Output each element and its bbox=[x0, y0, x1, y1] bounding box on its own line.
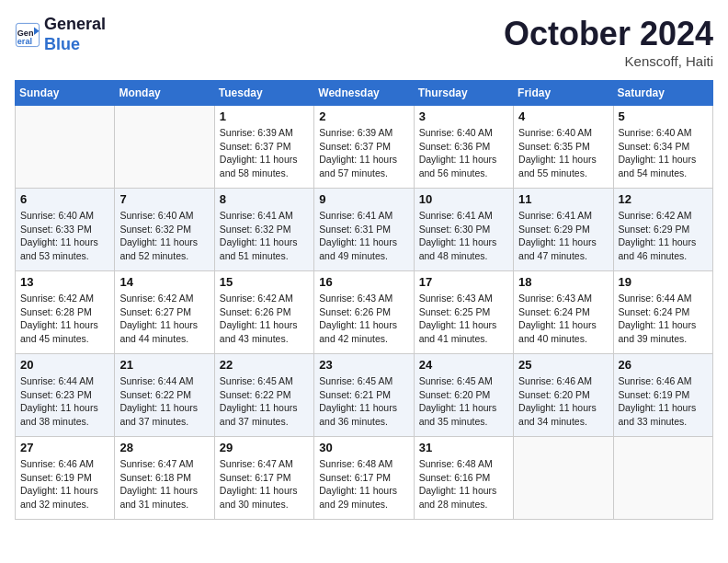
calendar-cell: 7Sunrise: 6:40 AM Sunset: 6:32 PM Daylig… bbox=[115, 189, 214, 271]
day-number: 18 bbox=[518, 275, 608, 289]
calendar-cell: 27Sunrise: 6:46 AM Sunset: 6:19 PM Dayli… bbox=[16, 437, 115, 520]
day-number: 30 bbox=[319, 441, 408, 454]
day-info: Sunrise: 6:40 AM Sunset: 6:34 PM Dayligh… bbox=[619, 126, 708, 180]
day-info: Sunrise: 6:44 AM Sunset: 6:23 PM Dayligh… bbox=[20, 374, 109, 429]
calendar-cell: 20Sunrise: 6:44 AM Sunset: 6:23 PM Dayli… bbox=[16, 354, 115, 437]
day-info: Sunrise: 6:47 AM Sunset: 6:17 PM Dayligh… bbox=[220, 457, 309, 511]
day-number: 14 bbox=[119, 275, 209, 289]
calendar-table: SundayMondayTuesdayWednesdayThursdayFrid… bbox=[15, 80, 713, 520]
day-info: Sunrise: 6:47 AM Sunset: 6:18 PM Dayligh… bbox=[119, 457, 209, 511]
day-info: Sunrise: 6:42 AM Sunset: 6:26 PM Dayligh… bbox=[220, 292, 309, 346]
calendar-cell: 15Sunrise: 6:42 AM Sunset: 6:26 PM Dayli… bbox=[214, 271, 313, 354]
day-number: 28 bbox=[119, 441, 209, 454]
day-info: Sunrise: 6:40 AM Sunset: 6:32 PM Dayligh… bbox=[119, 209, 209, 263]
day-info: Sunrise: 6:44 AM Sunset: 6:24 PM Dayligh… bbox=[619, 292, 708, 346]
day-number: 7 bbox=[119, 192, 209, 206]
day-info: Sunrise: 6:42 AM Sunset: 6:28 PM Dayligh… bbox=[20, 292, 109, 346]
day-number: 22 bbox=[220, 358, 309, 372]
calendar-cell: 28Sunrise: 6:47 AM Sunset: 6:18 PM Dayli… bbox=[115, 437, 214, 520]
header-thursday: Thursday bbox=[414, 81, 513, 106]
day-info: Sunrise: 6:43 AM Sunset: 6:26 PM Dayligh… bbox=[319, 292, 408, 346]
day-info: Sunrise: 6:44 AM Sunset: 6:22 PM Dayligh… bbox=[119, 374, 209, 429]
calendar-cell bbox=[613, 437, 712, 520]
calendar-cell: 21Sunrise: 6:44 AM Sunset: 6:22 PM Dayli… bbox=[115, 354, 214, 437]
day-number: 26 bbox=[619, 358, 708, 372]
header-saturday: Saturday bbox=[613, 81, 712, 106]
calendar-cell: 5Sunrise: 6:40 AM Sunset: 6:34 PM Daylig… bbox=[613, 106, 712, 189]
day-number: 11 bbox=[518, 192, 608, 206]
svg-text:eral: eral bbox=[17, 36, 32, 45]
day-number: 29 bbox=[220, 441, 309, 454]
day-number: 17 bbox=[419, 275, 508, 289]
day-number: 13 bbox=[20, 275, 109, 289]
calendar-week-row: 1Sunrise: 6:39 AM Sunset: 6:37 PM Daylig… bbox=[16, 106, 713, 189]
calendar-cell: 9Sunrise: 6:41 AM Sunset: 6:31 PM Daylig… bbox=[314, 189, 414, 271]
day-info: Sunrise: 6:43 AM Sunset: 6:25 PM Dayligh… bbox=[419, 292, 508, 346]
calendar-cell: 23Sunrise: 6:45 AM Sunset: 6:21 PM Dayli… bbox=[314, 354, 414, 437]
logo: Gen eral General Blue bbox=[15, 15, 106, 54]
day-info: Sunrise: 6:42 AM Sunset: 6:29 PM Dayligh… bbox=[619, 209, 708, 263]
day-number: 31 bbox=[419, 441, 508, 454]
day-info: Sunrise: 6:48 AM Sunset: 6:16 PM Dayligh… bbox=[419, 457, 508, 511]
calendar-cell: 24Sunrise: 6:45 AM Sunset: 6:20 PM Dayli… bbox=[414, 354, 513, 437]
day-number: 9 bbox=[319, 192, 408, 206]
calendar-cell: 16Sunrise: 6:43 AM Sunset: 6:26 PM Dayli… bbox=[314, 271, 414, 354]
day-info: Sunrise: 6:46 AM Sunset: 6:19 PM Dayligh… bbox=[20, 457, 109, 511]
day-number: 27 bbox=[20, 441, 109, 454]
calendar-cell: 25Sunrise: 6:46 AM Sunset: 6:20 PM Dayli… bbox=[514, 354, 613, 437]
day-info: Sunrise: 6:43 AM Sunset: 6:24 PM Dayligh… bbox=[518, 292, 608, 346]
calendar-cell: 11Sunrise: 6:41 AM Sunset: 6:29 PM Dayli… bbox=[514, 189, 613, 271]
day-info: Sunrise: 6:46 AM Sunset: 6:19 PM Dayligh… bbox=[619, 374, 708, 429]
calendar-cell: 22Sunrise: 6:45 AM Sunset: 6:22 PM Dayli… bbox=[214, 354, 313, 437]
calendar-cell: 29Sunrise: 6:47 AM Sunset: 6:17 PM Dayli… bbox=[214, 437, 313, 520]
day-info: Sunrise: 6:48 AM Sunset: 6:17 PM Dayligh… bbox=[319, 457, 408, 511]
calendar-week-row: 20Sunrise: 6:44 AM Sunset: 6:23 PM Dayli… bbox=[16, 354, 713, 437]
calendar-week-row: 13Sunrise: 6:42 AM Sunset: 6:28 PM Dayli… bbox=[16, 271, 713, 354]
day-number: 1 bbox=[220, 109, 309, 123]
day-info: Sunrise: 6:39 AM Sunset: 6:37 PM Dayligh… bbox=[319, 126, 408, 180]
logo-icon: Gen eral bbox=[15, 22, 40, 48]
calendar-cell: 30Sunrise: 6:48 AM Sunset: 6:17 PM Dayli… bbox=[314, 437, 414, 520]
day-number: 23 bbox=[319, 358, 408, 372]
day-number: 16 bbox=[319, 275, 408, 289]
day-number: 6 bbox=[20, 192, 109, 206]
day-info: Sunrise: 6:42 AM Sunset: 6:27 PM Dayligh… bbox=[119, 292, 209, 346]
day-info: Sunrise: 6:40 AM Sunset: 6:36 PM Dayligh… bbox=[419, 126, 508, 180]
logo-text-line1: General bbox=[44, 15, 106, 35]
title-area: October 2024 Kenscoff, Haiti bbox=[504, 15, 713, 69]
day-info: Sunrise: 6:41 AM Sunset: 6:32 PM Dayligh… bbox=[220, 209, 309, 263]
calendar-cell: 18Sunrise: 6:43 AM Sunset: 6:24 PM Dayli… bbox=[514, 271, 613, 354]
calendar-week-row: 27Sunrise: 6:46 AM Sunset: 6:19 PM Dayli… bbox=[16, 437, 713, 520]
calendar-cell: 4Sunrise: 6:40 AM Sunset: 6:35 PM Daylig… bbox=[514, 106, 613, 189]
calendar-cell: 14Sunrise: 6:42 AM Sunset: 6:27 PM Dayli… bbox=[115, 271, 214, 354]
logo-text-line2: Blue bbox=[44, 35, 106, 55]
calendar-cell bbox=[115, 106, 214, 189]
day-number: 4 bbox=[518, 109, 608, 123]
header-wednesday: Wednesday bbox=[314, 81, 414, 106]
day-number: 15 bbox=[220, 275, 309, 289]
day-info: Sunrise: 6:40 AM Sunset: 6:35 PM Dayligh… bbox=[518, 126, 608, 180]
day-info: Sunrise: 6:40 AM Sunset: 6:33 PM Dayligh… bbox=[20, 209, 109, 263]
day-info: Sunrise: 6:41 AM Sunset: 6:31 PM Dayligh… bbox=[319, 209, 408, 263]
calendar-week-row: 6Sunrise: 6:40 AM Sunset: 6:33 PM Daylig… bbox=[16, 189, 713, 271]
location: Kenscoff, Haiti bbox=[504, 53, 713, 69]
calendar-cell bbox=[16, 106, 115, 189]
calendar-cell: 31Sunrise: 6:48 AM Sunset: 6:16 PM Dayli… bbox=[414, 437, 513, 520]
day-number: 25 bbox=[518, 358, 608, 372]
day-number: 24 bbox=[419, 358, 508, 372]
calendar-cell: 6Sunrise: 6:40 AM Sunset: 6:33 PM Daylig… bbox=[16, 189, 115, 271]
day-info: Sunrise: 6:45 AM Sunset: 6:20 PM Dayligh… bbox=[419, 374, 508, 429]
day-info: Sunrise: 6:46 AM Sunset: 6:20 PM Dayligh… bbox=[518, 374, 608, 429]
day-number: 5 bbox=[619, 109, 708, 123]
day-info: Sunrise: 6:45 AM Sunset: 6:22 PM Dayligh… bbox=[220, 374, 309, 429]
day-info: Sunrise: 6:45 AM Sunset: 6:21 PM Dayligh… bbox=[319, 374, 408, 429]
calendar-cell: 12Sunrise: 6:42 AM Sunset: 6:29 PM Dayli… bbox=[613, 189, 712, 271]
day-number: 12 bbox=[619, 192, 708, 206]
day-number: 2 bbox=[319, 109, 408, 123]
day-info: Sunrise: 6:41 AM Sunset: 6:29 PM Dayligh… bbox=[518, 209, 608, 263]
calendar-cell bbox=[514, 437, 613, 520]
day-number: 3 bbox=[419, 109, 508, 123]
page-header: Gen eral General Blue October 2024 Kensc… bbox=[15, 15, 713, 69]
month-title: October 2024 bbox=[504, 15, 713, 53]
header-monday: Monday bbox=[115, 81, 214, 106]
